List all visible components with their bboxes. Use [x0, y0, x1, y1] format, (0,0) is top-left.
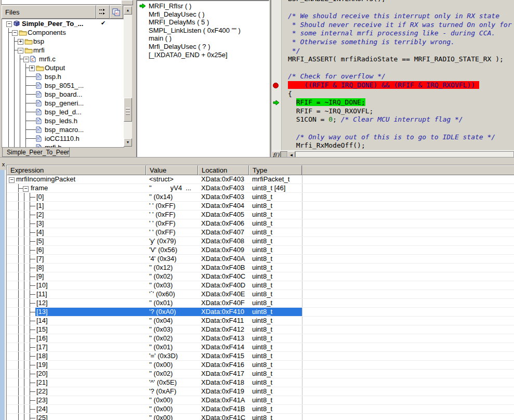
code-area[interactable]: BSP_ENABLE_INTERRUPTS();/* We should rec… [282, 0, 514, 151]
table-row-22[interactable]: [22]'? (0xAF)XData:0xF419uint8_t [7, 387, 514, 396]
tree-item-bsp-generi[interactable]: hbsp_generi... [2, 99, 124, 108]
stack-frame-mrfi-delayusec[interactable]: Mrfi_DelayUsec ( ) [137, 10, 269, 19]
h-file-icon: h [36, 73, 42, 80]
table-row-17[interactable]: [17]'' (0x01)XData:0xF414uint8_t [7, 343, 514, 352]
table-row-9[interactable]: [9]'' (0x02)XData:0xF40Cuint8_t [7, 272, 514, 281]
table-row-8[interactable]: [8]'' (0x12)XData:0xF40Buint8_t [7, 264, 514, 272]
stack-frame-main[interactable]: main ( ) [137, 34, 269, 43]
workspace-combobox[interactable] [1, 0, 122, 5]
breakpoint-icon[interactable] [273, 83, 279, 88]
stack-frame-mrfi-delayms-5[interactable]: MRFI_DelayMs ( 5 ) [137, 18, 269, 27]
expression-label: [24] [36, 405, 48, 413]
table-row-23[interactable]: [23]'' (0x00)XData:0xF41Auint8_t [7, 396, 514, 405]
tree-item-bsp-h[interactable]: hbsp.h [2, 72, 124, 81]
column-header-value[interactable]: Value [146, 165, 198, 175]
scrollbar-thumb[interactable] [124, 98, 132, 122]
tree-item-bsp[interactable]: +bsp [2, 37, 124, 46]
expression-label: [1] [36, 202, 44, 210]
table-row-15[interactable]: [15]'' (0x03)XData:0xF412uint8_t [7, 325, 514, 334]
expression-label: [22] [36, 387, 48, 396]
files-tree-scrollbar[interactable]: ▲ ▼ [124, 6, 132, 147]
tree-item-bsp-8051[interactable]: hbsp_8051_... [2, 81, 124, 90]
collapse-icon[interactable]: − [12, 30, 18, 36]
column-header-location[interactable]: Location [198, 165, 249, 175]
tree-item-bsp-board[interactable]: hbsp_board... [2, 90, 124, 99]
table-row-11[interactable]: [11]'`' (0x60)XData:0xF40Euint8_t [7, 290, 514, 299]
table-row-21[interactable]: [21]'^' (0x5E)XData:0xF418uint8_t [7, 378, 514, 387]
tree-item-mrfi-c[interactable]: −cmrfi.c [2, 55, 124, 63]
tree-item-bsp-macro[interactable]: hbsp_macro... [2, 125, 124, 134]
expand-icon[interactable]: + [18, 39, 23, 45]
expression-cell: [21] [7, 378, 146, 387]
table-row-16[interactable]: [16]'' (0x02)XData:0xF413uint8_t [7, 334, 514, 343]
table-row-2[interactable]: [2]' ' (0xFF)XData:0xF405uint8_t [7, 211, 514, 219]
table-row-25[interactable]: [25]'' (0x00)XData:0xF41Cuint8_t [7, 414, 514, 420]
table-row-5[interactable]: [5]'y' (0x79)XData:0xF408uint8_t [7, 237, 514, 246]
expression-label: [5] [36, 237, 44, 245]
collapse-icon[interactable]: − [23, 57, 29, 62]
tree-guide [25, 68, 29, 68]
tree-item-bsp-leds-h[interactable]: hbsp_leds.h [2, 116, 124, 125]
tree-guide [30, 347, 35, 348]
tree-item-bsp-led-d[interactable]: hbsp_led_d... [2, 108, 124, 116]
file-output-icon[interactable]: 01 ↱ [110, 5, 123, 19]
table-row-4[interactable]: [4]' ' (0xFF)XData:0xF407uint8_t [7, 228, 514, 237]
table-row-1[interactable]: [1]' ' (0xFF)XData:0xF404uint8_t [7, 202, 514, 211]
tree-guide [24, 308, 24, 316]
type-cell: uint8_t [249, 405, 302, 413]
table-row-7[interactable]: [7]'4' (0x34)XData:0xF40Auint8_t [7, 255, 514, 264]
collapse-icon[interactable]: − [18, 48, 23, 54]
collapse-icon[interactable]: − [6, 21, 12, 27]
tree-item-output[interactable]: +Output [2, 63, 124, 72]
tree-item-label: bsp_board... [45, 90, 82, 98]
stack-frame-ixdata0-end-0x25e[interactable]: [_IXDATA0_END + 0x25e] [137, 51, 269, 59]
scroll-down-icon[interactable]: ▼ [124, 138, 132, 147]
files-column-header[interactable]: Files [2, 5, 96, 19]
code-comment: * Otherwise something is terribly wrong. [288, 38, 455, 46]
stack-frame-mrfi-rfisr[interactable]: MRFI_RfIsr ( ) [137, 2, 269, 10]
stack-frame-smpl-linklisten-0xf400[interactable]: SMPL_LinkListen ( 0xF400 "" ) [137, 27, 269, 35]
tree-item-simple-peer-to[interactable]: −Simple_Peer_To_...✔ [2, 19, 124, 28]
location-cell: XData:0xF416 [198, 361, 249, 369]
table-row-0[interactable]: [0]'' (0x14)XData:0xF403uint8_t [7, 193, 514, 202]
table-row-10[interactable]: [10]'' (0x03)XData:0xF40Duint8_t [7, 281, 514, 290]
table-row-24[interactable]: [24]'' (0x00)XData:0xF41Buint8_t [7, 405, 514, 414]
table-row-14[interactable]: [14]'' (0x04)XData:0xF411uint8_t [7, 317, 514, 325]
expand-icon[interactable]: + [29, 65, 35, 71]
table-row-13[interactable]: [13]'? (0xA0)XData:0xF410uint8_t [7, 308, 514, 317]
table-row-frame[interactable]: −frame" yV4 ...XData:0xF403uint8_t [46] [7, 184, 514, 193]
sort-order-icon[interactable] [96, 5, 110, 19]
stack-frame-mrfi-delayusec[interactable]: Mrfi_DelayUsec ( ? ) [137, 43, 269, 51]
tree-guide [8, 55, 9, 63]
collapse-icon[interactable]: − [9, 177, 15, 183]
table-row-12[interactable]: [12]'' (0x01)XData:0xF40Fuint8_t [7, 299, 514, 308]
tree-item-components[interactable]: −Components [2, 28, 124, 37]
tree-guide [25, 121, 36, 121]
close-icon[interactable]: x [1, 161, 6, 167]
workspace-panel: Files 01 ↱ −Simple_Peer_To_...✔−Co [0, 0, 134, 161]
column-header-type[interactable]: Type [249, 165, 302, 175]
table-row-3[interactable]: [3]' ' (0xFF)XData:0xF406uint8_t [7, 219, 514, 228]
location-cell: XData:0xF407 [198, 228, 249, 237]
table-row-20[interactable]: [20]'' (0x02)XData:0xF417uint8_t [7, 370, 514, 378]
scroll-up-icon[interactable]: ▲ [124, 6, 132, 15]
tree-item-mrfi[interactable]: −mrfi [2, 46, 124, 55]
table-row-18[interactable]: [18]'=' (0x3D)XData:0xF415uint8_t [7, 352, 514, 361]
filler-cell [302, 405, 514, 413]
tab-simple-peer-to-peer[interactable]: Simple_Peer_To_Peer [2, 148, 70, 157]
stack-frame-label: MRFI_DelayMs ( 5 ) [149, 18, 209, 26]
editor-gutter[interactable] [271, 0, 282, 151]
table-row-6[interactable]: [6]'V' (0x56)XData:0xF409uint8_t [7, 246, 514, 255]
location-cell: XData:0xF408 [198, 237, 249, 245]
tree-guide [24, 396, 24, 404]
workspace-combobox-button[interactable] [121, 0, 133, 5]
expression-cell: [12] [7, 299, 146, 307]
h-file-icon: h [36, 126, 42, 133]
column-header-expression[interactable]: Expression [7, 165, 146, 175]
tree-item-label: mrfi.c [39, 55, 56, 63]
collapse-icon[interactable]: − [23, 186, 29, 192]
table-row-mrfiincomingpacket[interactable]: −mrfiIncomingPacket<struct>XData:0xF403m… [7, 175, 514, 184]
table-row-19[interactable]: [19]'' (0x00)XData:0xF416uint8_t [7, 361, 514, 370]
tree-item-mrfi-h[interactable]: hmrfi.h [2, 143, 124, 148]
tree-item-iocc1110-h[interactable]: hioCC1110.h [2, 134, 124, 143]
